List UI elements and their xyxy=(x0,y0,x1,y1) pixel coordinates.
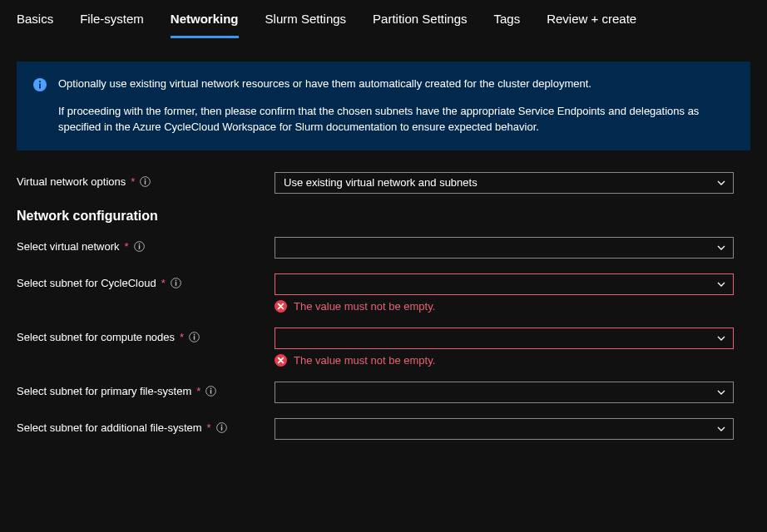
required-marker: * xyxy=(180,331,184,343)
chevron-down-icon xyxy=(716,387,726,397)
dropdown-vnet-options[interactable]: Use existing virtual network and subnets xyxy=(275,172,734,194)
chevron-down-icon xyxy=(716,178,726,188)
label-subnet-cyclecloud: Select subnet for CycleCloud * xyxy=(17,273,275,289)
help-icon[interactable] xyxy=(171,278,181,288)
svg-rect-19 xyxy=(210,387,211,388)
tab-file-system[interactable]: File-system xyxy=(80,12,144,38)
tab-bar: Basics File-system Networking Slurm Sett… xyxy=(0,0,767,38)
dropdown-subnet-additional-fs[interactable] xyxy=(275,418,734,440)
tab-tags[interactable]: Tags xyxy=(494,12,521,38)
row-subnet-additional-fs: Select subnet for additional file-system… xyxy=(17,418,750,440)
dropdown-subnet-compute[interactable] xyxy=(275,328,734,349)
required-marker: * xyxy=(196,385,200,397)
svg-rect-15 xyxy=(194,333,195,334)
required-marker: * xyxy=(125,240,129,253)
svg-rect-11 xyxy=(175,279,176,280)
dropdown-subnet-cyclecloud[interactable] xyxy=(275,273,734,295)
info-line-1: Optionally use existing virtual network … xyxy=(58,76,734,92)
tab-review-create[interactable]: Review + create xyxy=(547,12,636,38)
help-icon[interactable] xyxy=(134,241,145,252)
chevron-down-icon xyxy=(716,333,726,343)
info-icon xyxy=(33,78,47,91)
svg-rect-7 xyxy=(138,245,139,249)
required-marker: * xyxy=(131,175,135,188)
info-text: Optionally use existing virtual network … xyxy=(58,76,734,135)
dropdown-subnet-primary-fs[interactable] xyxy=(275,382,734,403)
tab-slurm-settings[interactable]: Slurm Settings xyxy=(265,12,347,38)
tab-networking[interactable]: Networking xyxy=(171,12,239,38)
error-subnet-compute: The value must not be empty. xyxy=(275,354,734,367)
label-select-vnet: Select virtual network * xyxy=(17,237,275,253)
row-subnet-compute: Select subnet for compute nodes * The va… xyxy=(17,328,750,367)
info-banner: Optionally use existing virtual network … xyxy=(17,62,750,150)
required-marker: * xyxy=(161,277,166,289)
error-subnet-cyclecloud: The value must not be empty. xyxy=(275,300,734,313)
svg-rect-22 xyxy=(220,424,221,425)
help-icon[interactable] xyxy=(140,176,151,187)
label-vnet-options: Virtual network options * xyxy=(17,172,275,188)
label-subnet-additional-fs: Select subnet for additional file-system… xyxy=(17,418,275,434)
help-icon[interactable] xyxy=(205,386,216,397)
svg-rect-5 xyxy=(145,178,146,179)
svg-rect-18 xyxy=(210,390,211,394)
help-icon[interactable] xyxy=(216,422,227,433)
chevron-down-icon xyxy=(716,243,726,253)
tab-basics[interactable]: Basics xyxy=(17,12,53,38)
error-icon xyxy=(275,300,287,313)
row-subnet-cyclecloud: Select subnet for CycleCloud * The value… xyxy=(17,273,750,313)
info-line-2: If proceeding with the former, then plea… xyxy=(58,104,734,135)
section-title-network-config: Network configuration xyxy=(17,209,750,224)
tab-partition-settings[interactable]: Partition Settings xyxy=(373,12,467,38)
svg-rect-21 xyxy=(220,426,221,431)
svg-rect-4 xyxy=(145,180,146,185)
row-vnet-options: Virtual network options * Use existing v… xyxy=(17,172,750,194)
row-subnet-primary-fs: Select subnet for primary file-system * xyxy=(17,382,750,403)
svg-rect-1 xyxy=(39,84,41,89)
tab-content: Optionally use existing virtual network … xyxy=(0,38,767,471)
label-subnet-compute: Select subnet for compute nodes * xyxy=(17,328,275,343)
chevron-down-icon xyxy=(716,279,726,289)
required-marker: * xyxy=(207,421,211,434)
svg-rect-10 xyxy=(175,282,176,286)
help-icon[interactable] xyxy=(189,332,200,342)
label-subnet-primary-fs: Select subnet for primary file-system * xyxy=(17,382,275,397)
row-select-vnet: Select virtual network * xyxy=(17,237,750,259)
error-icon xyxy=(275,354,287,367)
chevron-down-icon xyxy=(716,424,726,434)
svg-rect-14 xyxy=(194,336,195,340)
svg-rect-8 xyxy=(138,243,139,244)
svg-rect-2 xyxy=(39,81,41,82)
dropdown-select-vnet[interactable] xyxy=(275,237,734,259)
